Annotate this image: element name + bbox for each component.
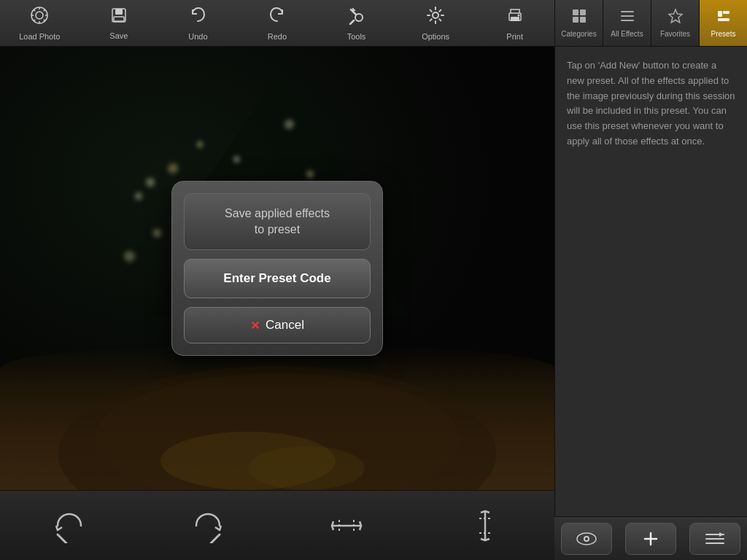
load-photo-icon <box>30 6 49 29</box>
enter-preset-code-label: Enter Preset Code <box>223 271 330 285</box>
svg-point-1 <box>36 12 43 19</box>
svg-rect-20 <box>511 17 519 21</box>
svg-rect-22 <box>573 9 578 15</box>
rotate-ccw-button[interactable] <box>47 504 91 548</box>
right-panel: Categories All Effects Favorites <box>554 0 747 560</box>
add-icon <box>642 530 659 548</box>
svg-line-15 <box>350 20 354 24</box>
tab-favorites-label: Favorites <box>660 30 690 38</box>
eye-icon <box>576 532 597 545</box>
all-effects-icon <box>619 8 635 28</box>
redo-button[interactable]: Redo <box>248 1 306 45</box>
right-bottom-toolbar <box>554 516 747 560</box>
dialog-title-text: Save applied effects to preset <box>225 207 330 236</box>
redo-icon <box>268 6 287 29</box>
rotate-cw-button[interactable] <box>186 504 230 548</box>
tools-icon <box>347 6 366 29</box>
svg-point-14 <box>355 14 363 21</box>
svg-line-8 <box>44 9 45 10</box>
svg-rect-25 <box>580 17 586 23</box>
flip-v-button[interactable] <box>463 504 507 548</box>
svg-marker-29 <box>669 9 682 23</box>
tab-categories[interactable]: Categories <box>555 0 603 46</box>
svg-line-6 <box>34 9 35 10</box>
flip-h-icon <box>329 508 364 543</box>
dialog-box: Save applied effects to preset Enter Pre… <box>171 181 383 357</box>
tab-all-effects[interactable]: All Effects <box>603 0 651 46</box>
menu-icon <box>705 532 725 546</box>
menu-button[interactable] <box>689 523 740 555</box>
right-tabs: Categories All Effects Favorites <box>555 0 747 47</box>
print-button[interactable]: Print <box>486 1 544 45</box>
svg-rect-23 <box>580 9 586 15</box>
tab-categories-label: Categories <box>561 30 596 38</box>
options-icon <box>426 6 445 29</box>
options-label: Options <box>422 32 449 41</box>
add-new-button[interactable] <box>625 523 676 555</box>
save-icon <box>110 7 128 28</box>
tab-presets[interactable]: Presets <box>700 0 747 46</box>
cancel-label: Cancel <box>266 318 304 332</box>
load-photo-label: Load Photo <box>19 32 60 41</box>
top-toolbar: Load Photo Save Undo Redo <box>0 0 554 47</box>
cancel-button[interactable]: ✕ Cancel <box>184 307 371 343</box>
undo-icon <box>188 6 207 29</box>
bottom-toolbar <box>0 490 554 560</box>
right-panel-help-text: Tap on 'Add New' button to create a new … <box>567 58 735 149</box>
rotate-ccw-icon <box>52 508 87 543</box>
svg-point-18 <box>433 12 438 18</box>
svg-rect-12 <box>114 17 124 21</box>
print-icon <box>506 6 525 29</box>
undo-label: Undo <box>188 32 207 41</box>
options-button[interactable]: Options <box>406 1 465 45</box>
svg-rect-30 <box>718 11 722 17</box>
svg-rect-26 <box>621 11 634 12</box>
cancel-x-icon: ✕ <box>250 319 260 332</box>
print-label: Print <box>506 32 523 41</box>
undo-button[interactable]: Undo <box>169 1 227 45</box>
tab-all-effects-label: All Effects <box>611 30 643 38</box>
svg-point-21 <box>517 14 519 16</box>
favorites-icon <box>667 8 684 28</box>
save-label: Save <box>109 31 128 40</box>
flip-v-icon <box>468 508 503 543</box>
dialog-title: Save applied effects to preset <box>184 193 371 251</box>
enter-preset-code-button[interactable]: Enter Preset Code <box>184 259 371 298</box>
svg-rect-31 <box>723 11 729 14</box>
svg-point-35 <box>585 537 588 540</box>
svg-line-7 <box>44 19 45 20</box>
tools-label: Tools <box>347 32 366 41</box>
save-button[interactable]: Save <box>90 1 148 45</box>
categories-icon <box>571 8 587 28</box>
svg-rect-27 <box>621 15 634 17</box>
rotate-cw-icon <box>190 508 225 543</box>
svg-rect-11 <box>115 9 123 15</box>
tab-presets-label: Presets <box>711 30 736 38</box>
right-panel-content: Tap on 'Add New' button to create a new … <box>555 47 747 161</box>
tools-button[interactable]: Tools <box>328 1 386 45</box>
eye-button[interactable] <box>561 523 612 555</box>
presets-icon <box>716 8 732 28</box>
flip-h-button[interactable] <box>325 504 368 548</box>
redo-label: Redo <box>268 32 287 41</box>
svg-rect-28 <box>621 20 634 21</box>
tab-favorites[interactable]: Favorites <box>651 0 700 46</box>
svg-rect-24 <box>573 17 578 23</box>
svg-line-9 <box>34 19 35 20</box>
load-photo-button[interactable]: Load Photo <box>10 1 69 45</box>
svg-rect-32 <box>718 18 729 21</box>
dialog-overlay: Save applied effects to preset Enter Pre… <box>0 47 554 490</box>
